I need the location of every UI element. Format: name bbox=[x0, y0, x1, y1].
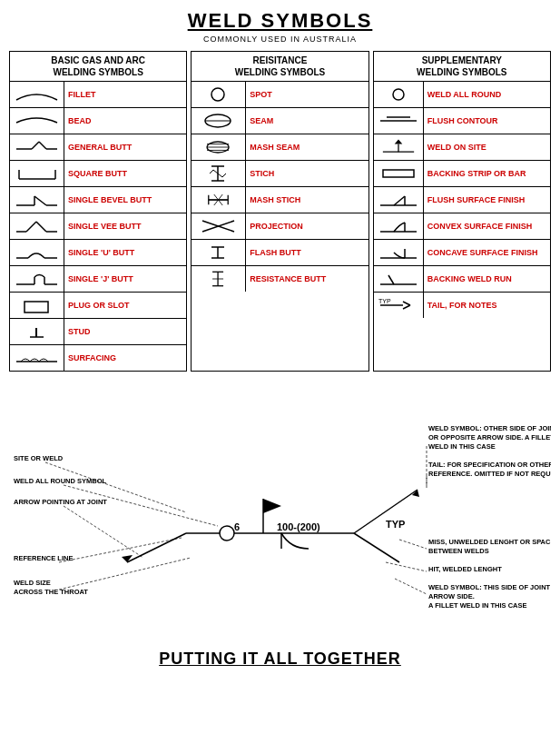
svg-text:SITE OR WELD: SITE OR WELD bbox=[14, 454, 64, 462]
table-row: BACKING WELD RUN bbox=[374, 266, 550, 293]
label-cell: SEAM bbox=[246, 114, 368, 127]
table-row: CONVEX SURFACE FINISH bbox=[374, 213, 550, 240]
label-cell: PLUG OR SLOT bbox=[64, 299, 186, 312]
svg-line-88 bbox=[64, 506, 143, 558]
svg-line-67 bbox=[388, 275, 394, 284]
svg-text:HIT, WELDED LENGHT: HIT, WELDED LENGHT bbox=[428, 565, 502, 573]
symbol-cell bbox=[192, 213, 246, 239]
svg-line-61 bbox=[394, 196, 405, 205]
symbol-cell bbox=[10, 266, 64, 292]
table-row: FLUSH SURFACE FINISH bbox=[374, 187, 550, 213]
resistance-table-header: REISITANCEWELDING SYMBOLS bbox=[192, 52, 368, 82]
table-row: TYP TAIL, FOR NOTES bbox=[374, 293, 550, 318]
label-cell: SINGLE BEVEL BUTT bbox=[64, 193, 186, 206]
svg-rect-58 bbox=[383, 170, 414, 177]
symbol-cell bbox=[374, 266, 424, 292]
table-row: MASH SEAM bbox=[192, 134, 368, 161]
svg-line-80 bbox=[354, 533, 399, 562]
svg-text:6: 6 bbox=[234, 521, 240, 532]
label-cell: SINGLE VEE BUTT bbox=[64, 220, 186, 233]
table-row: SINGLE 'J' BUTT bbox=[10, 266, 186, 293]
svg-marker-57 bbox=[394, 139, 402, 144]
symbol-cell bbox=[374, 161, 424, 186]
table-row: STUD bbox=[10, 319, 186, 345]
svg-line-90 bbox=[59, 538, 182, 562]
label-cell: GENERAL BUTT bbox=[64, 141, 186, 154]
svg-text:OR OPPOSITE ARROW SIDE. A FILL: OR OPPOSITE ARROW SIDE. A FILLET bbox=[428, 433, 551, 441]
footer-title: PUTTING IT ALL TOGETHER bbox=[9, 650, 551, 669]
label-cell: FLUSH SURFACE FINISH bbox=[424, 193, 550, 206]
label-cell: BEAD bbox=[64, 114, 186, 127]
label-cell: FLASH BUTT bbox=[246, 246, 368, 259]
svg-line-9 bbox=[34, 196, 46, 205]
label-cell: WELD ALL ROUND bbox=[424, 88, 550, 101]
svg-line-1 bbox=[32, 142, 39, 149]
svg-text:REFERENCE LINE: REFERENCE LINE bbox=[14, 554, 73, 562]
svg-rect-21 bbox=[25, 302, 48, 312]
symbol-cell bbox=[10, 187, 64, 213]
svg-text:ARROW POINTING AT JOINT: ARROW POINTING AT JOINT bbox=[14, 498, 107, 506]
label-cell: SURFACING bbox=[64, 352, 186, 364]
label-cell: SQUARE BUTT bbox=[64, 167, 186, 180]
svg-line-13 bbox=[36, 222, 46, 232]
svg-line-105 bbox=[386, 562, 427, 571]
table-row: FLASH BUTT bbox=[192, 240, 368, 266]
basic-welding-table: BASIC GAS AND ARCWELDING SYMBOLS FILLET … bbox=[9, 51, 187, 372]
table-row: SINGLE VEE BUTT bbox=[10, 213, 186, 240]
label-cell: CONCAVE SURFACE FINISH bbox=[424, 246, 550, 259]
table-row: WELD ON SITE bbox=[374, 134, 550, 161]
symbol-cell bbox=[10, 319, 64, 344]
svg-line-2 bbox=[39, 142, 46, 149]
svg-text:TAIL: FOR SPECIFICATION OR OTH: TAIL: FOR SPECIFICATION OR OTHER bbox=[428, 461, 551, 469]
symbol-cell bbox=[10, 345, 64, 371]
table-row: PLUG OR SLOT bbox=[10, 293, 186, 319]
svg-text:REFERENCE. OMITTED IF NOT REQU: REFERENCE. OMITTED IF NOT REQUIRED bbox=[428, 470, 551, 478]
table-row: SINGLE BEVEL BUTT bbox=[10, 187, 186, 213]
label-cell: STICH bbox=[246, 167, 368, 180]
symbol-cell bbox=[192, 134, 246, 160]
svg-line-107 bbox=[395, 579, 427, 594]
symbol-cell bbox=[374, 134, 424, 160]
label-cell: PROJECTION bbox=[246, 220, 368, 233]
symbol-cell bbox=[10, 293, 64, 318]
label-cell: STUD bbox=[64, 325, 186, 338]
svg-line-35 bbox=[210, 170, 213, 174]
symbol-cell bbox=[10, 161, 64, 186]
svg-point-52 bbox=[393, 89, 404, 100]
svg-line-73 bbox=[127, 533, 186, 562]
svg-point-75 bbox=[220, 526, 234, 541]
supplementary-table-header: SUPPLEMENTARYWELDING SYMBOLS bbox=[374, 52, 550, 82]
table-row: FLUSH CONTOUR bbox=[374, 108, 550, 134]
header: WELD SYMBOLS COMMONLY USED IN AUSTRALIA bbox=[9, 9, 551, 44]
symbol-cell bbox=[192, 240, 246, 265]
label-cell: MASH SEAM bbox=[246, 141, 368, 154]
label-cell: WELD ON SITE bbox=[424, 141, 550, 154]
page: WELD SYMBOLS COMMONLY USED IN AUSTRALIA … bbox=[0, 0, 560, 678]
symbol-cell bbox=[374, 82, 424, 107]
footer: PUTTING IT ALL TOGETHER bbox=[9, 650, 551, 669]
label-cell: CONVEX SURFACE FINISH bbox=[424, 220, 550, 233]
svg-text:WELD SIZE: WELD SIZE bbox=[14, 579, 51, 587]
symbol-cell bbox=[192, 266, 246, 292]
symbol-cell bbox=[374, 240, 424, 265]
table-row: CONCAVE SURFACE FINISH bbox=[374, 240, 550, 266]
table-row: FILLET bbox=[10, 82, 186, 108]
symbol-cell bbox=[10, 134, 64, 160]
svg-text:ACROSS THE THROAT: ACROSS THE THROAT bbox=[14, 588, 88, 596]
symbol-cell bbox=[192, 82, 246, 107]
label-cell: MASH STICH bbox=[246, 193, 368, 206]
svg-text:TYP: TYP bbox=[386, 519, 405, 530]
label-cell: BACKING WELD RUN bbox=[424, 273, 550, 285]
svg-text:100-(200): 100-(200) bbox=[277, 521, 320, 532]
svg-text:ARROW SIDE.: ARROW SIDE. bbox=[428, 592, 475, 600]
symbol-cell bbox=[192, 108, 246, 134]
svg-text:A FILLET WELD IN THIS CASE: A FILLET WELD IN THIS CASE bbox=[428, 601, 526, 610]
symbol-cell bbox=[10, 82, 64, 107]
svg-text:MISS, UNWELDED LENGHT OR SPACE: MISS, UNWELDED LENGHT OR SPACE bbox=[428, 538, 551, 546]
main-title: WELD SYMBOLS bbox=[9, 9, 551, 33]
diagram-section: 6 100-(200) TYP SITE OR WELD WELD ALL RO… bbox=[9, 381, 551, 644]
symbol-cell bbox=[10, 213, 64, 239]
label-cell: FLUSH CONTOUR bbox=[424, 114, 550, 127]
table-row: MASH STICH bbox=[192, 187, 368, 213]
table-row: PROJECTION bbox=[192, 213, 368, 240]
